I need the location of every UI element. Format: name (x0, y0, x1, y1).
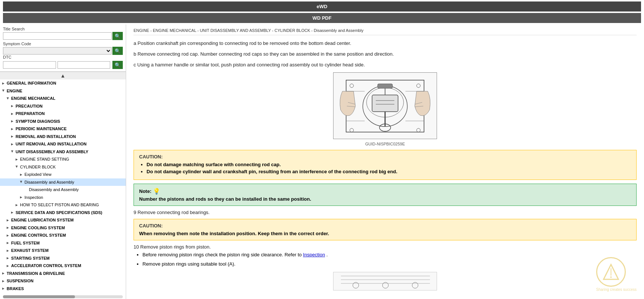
svg-rect-13 (378, 84, 392, 88)
step10-bullets: Before removing piston rings check the p… (142, 251, 637, 268)
tree-label-brakes: BRAKES (7, 286, 24, 292)
ewd-button[interactable]: eWD (3, 1, 641, 12)
tree-item-engine-stand-setting[interactable]: ►ENGINE STAND SETTING (0, 155, 126, 163)
caution1-list: Do not damage matching surface with conn… (147, 162, 631, 174)
tree-item-exploded-view[interactable]: ►Exploded View (0, 171, 126, 178)
tree-item-precaution[interactable]: ►PRECAUTION (0, 102, 126, 110)
tree-arrow-suspension: ► (1, 278, 5, 284)
tree-arrow-general-info: ► (1, 80, 5, 86)
tree-area: ►GENERAL INFORMATION►ENGINE►ENGINE MECHA… (0, 79, 126, 295)
collapse-button[interactable]: ▲ (0, 72, 126, 79)
tree-arrow-exploded-view: ► (19, 172, 23, 177)
tree-label-precaution: PRECAUTION (16, 103, 43, 109)
caution-box-2: CAUTION: When removing them note the ins… (134, 219, 637, 240)
bullet1-text: Before removing piston rings check the p… (142, 252, 302, 257)
tree-label-disassembly-assembly: Disassembly and Assembly (24, 179, 74, 185)
para-c: c Using a hammer handle or similar tool,… (134, 61, 637, 69)
horizontal-scrollbar[interactable] (3, 295, 123, 298)
tree-label-engine-cooling: ENGINE COOLING SYSTEM (11, 225, 65, 231)
step9-text: 9 Remove connecting rod bearings. (134, 210, 637, 215)
tree-item-removal-installation[interactable]: ►REMOVAL AND INSTALLATION (0, 133, 126, 141)
tree-arrow-preparation: ► (10, 111, 14, 116)
tree-arrow-transmission: ► (1, 270, 5, 276)
tree-item-brakes[interactable]: ►BRAKES (0, 285, 126, 293)
tree-arrow-brakes: ► (1, 286, 5, 291)
main-layout: Title Search 🔍 Symptom Code 🔍 DTC 🔍 ▲ ►G… (0, 24, 644, 299)
step10-text: 10 Remove piston rings from piston. (134, 244, 637, 250)
caution1-item-0: Do not damage matching surface with conn… (147, 162, 631, 167)
tree-item-engine-lubrication[interactable]: ►ENGINE LUBRICATION SYSTEM (0, 216, 126, 224)
tree-item-general-info[interactable]: ►GENERAL INFORMATION (0, 79, 126, 87)
note-label: Note: (139, 188, 151, 194)
tree-item-engine-mechanical[interactable]: ►ENGINE MECHANICAL (0, 95, 126, 102)
tree-label-service-data: SERVICE DATA AND SPECIFICATIONS (SDS) (16, 210, 102, 216)
top-bar: eWD WD PDF (0, 0, 644, 24)
caution-box-1: CAUTION: Do not damage matching surface … (134, 150, 637, 180)
tree-item-engine[interactable]: ►ENGINE (0, 87, 126, 95)
tree-item-preparation[interactable]: ►PREPARATION (0, 110, 126, 118)
bottom-figure-svg (334, 272, 437, 290)
tree-label-exploded-view: Exploded View (24, 171, 52, 178)
symptom-code-select[interactable] (3, 47, 112, 55)
tree-arrow-accelerator-control: ► (6, 263, 10, 269)
figure-container: GUID-NISPBIC0259E (134, 72, 637, 146)
tree-item-suspension[interactable]: ►SUSPENSION (0, 277, 126, 285)
tree-item-starting-system[interactable]: ►STARTING SYSTEM (0, 254, 126, 262)
tree-item-engine-control[interactable]: ►ENGINE CONTROL SYSTEM (0, 231, 126, 239)
tree-label-accelerator-control: ACCELERATOR CONTROL SYSTEM (11, 263, 81, 269)
tree-item-accelerator-control[interactable]: ►ACCELERATOR CONTROL SYSTEM (0, 262, 126, 270)
tree-item-periodic-maintenance[interactable]: ►PERIODIC MAINTENANCE (0, 125, 126, 133)
tree-label-fuel-system: FUEL SYSTEM (11, 240, 40, 246)
tree-item-inspection[interactable]: ►Inspection (0, 194, 126, 201)
dtc-input-2[interactable] (58, 61, 111, 69)
tree-arrow-unit-removal-installation: ► (10, 141, 14, 147)
tree-item-how-to-select[interactable]: ►HOW TO SELECT PISTON AND BEARING (0, 201, 126, 209)
bullet-2: Remove piston rings using suitable tool … (142, 260, 637, 268)
tree-arrow-unit-disassembly-assembly: ► (10, 150, 15, 154)
tree-label-preparation: PREPARATION (16, 111, 45, 117)
tree-item-disassembly-assembly[interactable]: ►Disassembly and Assembly (0, 178, 126, 186)
tree-label-unit-disassembly-assembly: UNIT DISASSEMBLY AND ASSEMBLY (16, 149, 88, 155)
tree-label-starting-system: STARTING SYSTEM (11, 255, 50, 262)
title-search-input[interactable] (3, 32, 112, 40)
inspection-link[interactable]: Inspection (303, 252, 325, 257)
tree-label-engine-control: ENGINE CONTROL SYSTEM (11, 232, 66, 239)
tree-arrow-how-to-select: ► (15, 202, 19, 208)
tree-item-unit-disassembly-assembly[interactable]: ►UNIT DISASSEMBLY AND ASSEMBLY (0, 148, 126, 156)
tree-item-fuel-system[interactable]: ►FUEL SYSTEM (0, 239, 126, 247)
dtc-row: 🔍 (3, 61, 123, 69)
dtc-input-1[interactable] (3, 61, 56, 69)
tree-arrow-exhaust-system: ► (6, 248, 10, 253)
note-title: Note: 💡 (139, 188, 631, 195)
tree-item-symptom-diagnosis[interactable]: ►SYMPTOM DIAGNOSIS (0, 118, 126, 125)
tree-item-unit-removal-installation[interactable]: ►UNIT REMOVAL AND INSTALLATION (0, 140, 126, 148)
tree-label-engine-mechanical: ENGINE MECHANICAL (11, 95, 55, 102)
tree-item-transmission[interactable]: ►TRANSMISSION & DRIVELINE (0, 270, 126, 277)
dtc-search-button[interactable]: 🔍 (112, 61, 123, 69)
caution2-title: CAUTION: (139, 223, 631, 229)
bottom-figure (134, 272, 637, 292)
symptom-search-button[interactable]: 🔍 (112, 47, 123, 55)
tree-arrow-removal-installation: ► (10, 134, 14, 139)
tree-item-disassembly-assembly-sub[interactable]: Disassembly and Assembly (0, 186, 126, 194)
tree-arrow-engine-cooling: ► (6, 225, 10, 230)
tree-label-removal-installation: REMOVAL AND INSTALLATION (16, 134, 76, 140)
tree-label-engine-lubrication: ENGINE LUBRICATION SYSTEM (11, 217, 73, 223)
tree-item-engine-cooling[interactable]: ►ENGINE COOLING SYSTEM (0, 224, 126, 232)
title-search-button[interactable]: 🔍 (112, 32, 123, 40)
tree-arrow-engine: ► (1, 89, 6, 93)
tree-item-service-data[interactable]: ►SERVICE DATA AND SPECIFICATIONS (SDS) (0, 209, 126, 217)
wdpdf-button[interactable]: WD PDF (3, 13, 641, 23)
figure-caption: GUID-NISPBIC0259E (134, 142, 637, 146)
breadcrumb: ENGINE - ENGINE MECHANICAL - UNIT DISASS… (134, 28, 637, 35)
tree-item-exhaust-system[interactable]: ►EXHAUST SYSTEM (0, 247, 126, 254)
tree-arrow-cylinder-block: ► (14, 165, 20, 169)
symptom-row: 🔍 (3, 47, 123, 55)
scrollbar-thumb[interactable] (3, 295, 75, 298)
lightbulb-icon: 💡 (153, 188, 160, 195)
tree-item-cylinder-block[interactable]: ►CYLINDER BLOCK (0, 163, 126, 171)
tree-label-general-info: GENERAL INFORMATION (7, 80, 56, 86)
bullet-1: Before removing piston rings check the p… (142, 251, 637, 259)
figure-image (333, 72, 437, 139)
para-a: a Position crankshaft pin corresponding … (134, 40, 637, 47)
